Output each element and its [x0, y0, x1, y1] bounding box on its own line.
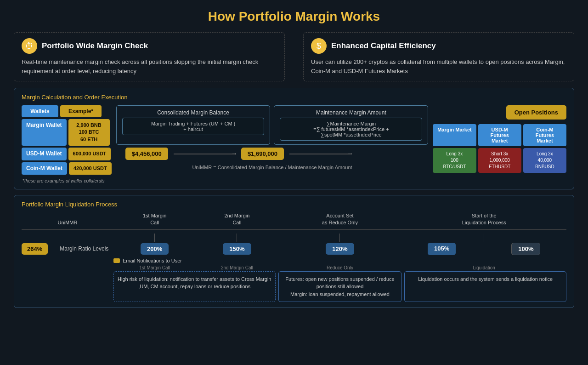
- clock-icon: ⏱: [22, 38, 37, 54]
- liq-120-badge-wrap: 120%: [278, 243, 402, 255]
- current-ratio-badge: 264%: [22, 243, 48, 255]
- liq-desc-row: High risk of liquidation: notification t…: [22, 271, 566, 302]
- liq-start-liq-header: Start of the Liquidation Process: [401, 212, 566, 227]
- maintenance-label: Maintenance Margin Amount: [280, 109, 422, 116]
- email-label: Email Notifications to User: [123, 258, 182, 263]
- maintenance-box: Maintenance Margin Amount ∑Maintenance M…: [274, 105, 428, 145]
- wallets-header-btn[interactable]: Wallets: [22, 105, 58, 117]
- coinm-wallet-btn[interactable]: Coin-M Wallet: [22, 162, 67, 175]
- consolidated-formula: Margin Trading + Futures (UM + CM ) + ha…: [122, 118, 265, 135]
- page-container: How Portfolio Margin Works ⏱ Portfolio W…: [0, 0, 588, 365]
- liq-1st-call-header: 1st Margin Call: [113, 212, 196, 227]
- market-header-margin: Margin Market: [433, 124, 476, 146]
- usdm-wallet-btn[interactable]: USD-M Wallet: [22, 148, 67, 160]
- liq-unimmr-header: UniMMR: [22, 219, 113, 226]
- wallet-row-margin: Margin Wallet 2,900 BNB 100 BTC 60 ETH: [22, 119, 112, 146]
- margin-wallet-btn[interactable]: Margin Wallet: [22, 119, 67, 146]
- maintenance-amount-badge: $1,690,000: [241, 148, 284, 160]
- features-section: ⏱ Portfolio Wide Margin Check Real-time …: [14, 32, 574, 81]
- email-icon: [113, 258, 120, 263]
- liq-ratio-row: 264% Margin Ratio Levels 200% 150% 120% …: [22, 243, 566, 255]
- markets-positions-row: Long 3x 100 BTC/USDT Short 3x 1,000,000 …: [433, 148, 566, 173]
- liq-100-badge: 100%: [511, 243, 540, 255]
- wallet-row-coinm: Coin-M Wallet 420,000 USDT: [22, 162, 112, 175]
- calc-title: Margin Calculation and Order Execution: [22, 94, 566, 101]
- liq-title: Portfolio Margin Liquidation Process: [22, 201, 566, 208]
- consolidated-label: Consolidated Margin Balance: [122, 109, 265, 116]
- left-feature-header: ⏱ Portfolio Wide Margin Check: [22, 38, 277, 54]
- liq-headers-row: UniMMR 1st Margin Call 2nd Margin Call A…: [22, 212, 566, 227]
- right-feature-title: Enhanced Capital Efficiency: [331, 41, 436, 51]
- calc-amounts-row: $4,456,000 → $1,690,000 →: [116, 148, 429, 160]
- liq-email-row: Email Notifications to User: [22, 258, 566, 263]
- market-pos-green: Long 3x 100 BTC/USDT: [433, 148, 476, 173]
- liq-150-badge: 150%: [223, 243, 251, 255]
- liq-label-2: 2nd Margin Call: [196, 265, 278, 270]
- right-feature-header: $ Enhanced Capital Efficiency: [311, 38, 566, 54]
- liq-labels-row: 1st Margin Call 2nd Margin Call Reduce O…: [22, 265, 566, 270]
- unimmr-formula-text: UniMMR = Consolidated Margin Balance / M…: [116, 163, 429, 172]
- liq-label-4: Liquidation: [401, 265, 566, 270]
- calc-formulas-row: Consolidated Margin Balance Margin Tradi…: [116, 105, 429, 145]
- liq-105-badge: 105%: [428, 243, 456, 255]
- liq-200-badge: 200%: [141, 243, 169, 255]
- consolidated-box: Consolidated Margin Balance Margin Tradi…: [116, 105, 271, 145]
- wallet-row-usdm: USD-M Wallet 600,000 USDT: [22, 148, 112, 160]
- calc-diagram: Consolidated Margin Balance Margin Tradi…: [116, 105, 429, 172]
- maintenance-formula: ∑Maintenance Margin =∑ futuresMM *assetI…: [280, 118, 422, 141]
- liq-200-badge-wrap: 200%: [113, 243, 196, 255]
- market-header-coinm: Coin-M Futures Market: [523, 124, 566, 146]
- liq-desc-1: High risk of liquidation: notification t…: [113, 271, 276, 302]
- liq-current-ratio: 264% Margin Ratio Levels: [22, 243, 113, 255]
- ratio-label: Margin Ratio Levels: [60, 245, 108, 252]
- calc-content: Wallets Example* Margin Wallet 2,900 BNB…: [22, 105, 566, 183]
- liq-divider: [22, 229, 566, 230]
- liq-label-1: 1st Margin Call: [113, 265, 196, 270]
- liq-label-3: Reduce Only: [278, 265, 402, 270]
- markets-headers-row: Margin Market USD-M Futures Market Coin-…: [433, 124, 566, 146]
- market-header-usdm: USD-M Futures Market: [478, 124, 521, 146]
- usdm-wallet-val: 600,000 USDT: [68, 148, 111, 160]
- open-positions-btn[interactable]: Open Positions: [506, 105, 566, 120]
- wallet-note: *these are examples of wallet collateral…: [22, 178, 112, 183]
- calc-section: Margin Calculation and Order Execution W…: [14, 88, 574, 189]
- left-feature-title: Portfolio Wide Margin Check: [42, 41, 148, 51]
- wallets-panel: Wallets Example* Margin Wallet 2,900 BNB…: [22, 105, 112, 183]
- liq-150-badge-wrap: 150%: [196, 243, 278, 255]
- right-feature-box: $ Enhanced Capital Efficiency User can u…: [303, 32, 574, 81]
- liq-2nd-call-header: 2nd Margin Call: [196, 212, 278, 227]
- left-feature-box: ⏱ Portfolio Wide Margin Check Real-time …: [14, 32, 285, 81]
- market-pos-red: Short 3x 1,000,000 ETHUSDT: [478, 148, 521, 173]
- liq-120-badge: 120%: [326, 243, 354, 255]
- market-pos-blue: Long 3x 40,000 BNBUSD: [523, 148, 566, 173]
- markets-panel: Open Positions Margin Market USD-M Futur…: [433, 105, 566, 173]
- dollar-icon: $: [311, 38, 327, 54]
- liq-105-100-badges: 105% 100%: [401, 243, 566, 255]
- right-feature-desc: User can utilize 200+ cryptos as collate…: [311, 57, 566, 75]
- margin-wallet-val: 2,900 BNB 100 BTC 60 ETH: [68, 119, 110, 146]
- liq-reduce-only-header: Account Set as Reduce Only: [278, 212, 402, 227]
- liq-vert-lines-row: [22, 234, 566, 242]
- left-feature-desc: Real-time maintenance margin check acros…: [22, 57, 277, 75]
- example-header-btn: Example*: [60, 105, 102, 117]
- liquidation-section: Portfolio Margin Liquidation Process Uni…: [14, 195, 574, 308]
- balance-amount-badge: $4,456,000: [125, 148, 168, 160]
- wallet-header-row: Wallets Example*: [22, 105, 112, 117]
- page-title: How Portfolio Margin Works: [14, 9, 574, 24]
- coinm-wallet-val: 420,000 USDT: [69, 162, 112, 175]
- liq-desc-3: Liquidation occurs and the system sends …: [404, 271, 566, 302]
- liq-desc-2: Futures: open new positions suspended / …: [278, 271, 402, 302]
